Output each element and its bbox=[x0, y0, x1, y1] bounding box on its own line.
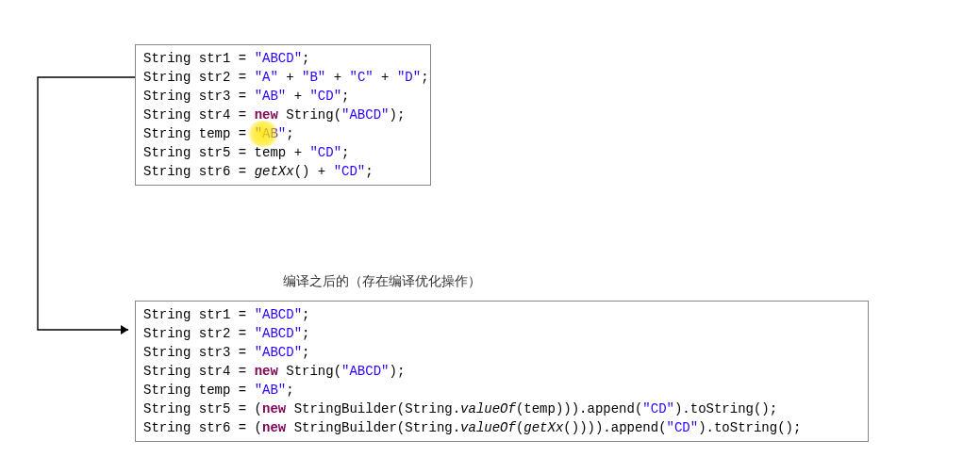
code-token: ); bbox=[389, 107, 405, 122]
code-token: String str2 = bbox=[143, 70, 255, 85]
code-line: String str1 = "ABCD"; bbox=[143, 49, 423, 68]
code-token: String str3 = bbox=[143, 89, 255, 104]
code-token: (temp))).append( bbox=[516, 401, 642, 416]
code-token: valueOf bbox=[460, 401, 516, 416]
code-token: String str5 = ( bbox=[143, 401, 262, 416]
code-token: ; bbox=[286, 126, 293, 141]
code-token: String temp = bbox=[143, 383, 255, 398]
code-line: String str5 = temp + "CD"; bbox=[143, 143, 423, 162]
code-line: String str2 = "A" + "B" + "C" + "D"; bbox=[143, 68, 423, 87]
caption-label: 编译之后的（存在编译优化操作） bbox=[283, 273, 481, 290]
code-token: "ABCD" bbox=[255, 345, 302, 360]
code-token: "CD" bbox=[667, 420, 699, 435]
code-token: StringBuilder(String. bbox=[286, 401, 460, 416]
code-line: String str4 = new String("ABCD"); bbox=[143, 106, 423, 124]
code-token: getXx bbox=[523, 420, 563, 435]
code-token: ; bbox=[341, 145, 349, 160]
code-line: String str4 = new String("ABCD"); bbox=[143, 362, 860, 381]
code-token: String str4 = bbox=[143, 107, 255, 122]
code-token: "CD" bbox=[642, 401, 674, 416]
code-token: ).toString(); bbox=[698, 420, 801, 435]
code-token: String( bbox=[278, 107, 341, 122]
code-token: "ABCD" bbox=[255, 307, 302, 322]
code-token: ; bbox=[302, 307, 309, 322]
code-token: "ABCD" bbox=[255, 51, 302, 66]
code-token: ; bbox=[302, 326, 309, 341]
code-token: ; bbox=[421, 70, 428, 85]
code-token: ).toString(); bbox=[674, 401, 777, 416]
code-token: String( bbox=[278, 364, 341, 379]
code-line: String str6 = (new StringBuilder(String.… bbox=[143, 418, 860, 437]
compiled-code-box: String str1 = "ABCD";String str2 = "ABCD… bbox=[135, 301, 869, 442]
code-token: ; bbox=[341, 89, 349, 104]
code-token: "AB" bbox=[255, 126, 287, 141]
code-line: String temp = "AB"; bbox=[143, 381, 860, 400]
code-token: "ABCD" bbox=[341, 364, 389, 379]
code-token: String str5 = temp + bbox=[143, 145, 309, 160]
code-token: new bbox=[262, 401, 286, 416]
code-token: "ABCD" bbox=[341, 107, 389, 122]
code-token: ; bbox=[365, 164, 373, 179]
code-line: String temp = "AB"; bbox=[143, 124, 423, 143]
code-token: "CD" bbox=[334, 164, 366, 179]
code-token: new bbox=[255, 364, 278, 379]
code-token: String str1 = bbox=[143, 51, 255, 66]
code-token: + bbox=[374, 70, 397, 85]
code-token: ; bbox=[302, 51, 309, 66]
code-token: "D" bbox=[397, 70, 421, 85]
source-code-box: String str1 = "ABCD";String str2 = "A" +… bbox=[135, 44, 431, 186]
code-token: "CD" bbox=[309, 145, 341, 160]
code-token: String temp = bbox=[143, 126, 255, 141]
code-token: String str2 = bbox=[143, 326, 255, 341]
code-token: ; bbox=[286, 383, 293, 398]
code-token: ; bbox=[302, 345, 309, 360]
code-token: "B" bbox=[302, 70, 325, 85]
code-token: getXx bbox=[255, 164, 294, 179]
code-token: () + bbox=[294, 164, 334, 179]
code-token: String str3 = bbox=[143, 345, 255, 360]
code-token: "AB" bbox=[255, 383, 287, 398]
code-token: + bbox=[278, 70, 302, 85]
code-token: "AB" bbox=[255, 89, 287, 104]
code-token: "ABCD" bbox=[255, 326, 302, 341]
code-line: String str6 = getXx() + "CD"; bbox=[143, 162, 423, 181]
code-token: ()))).append( bbox=[563, 420, 666, 435]
code-token: "A" bbox=[255, 70, 278, 85]
code-token: + bbox=[325, 70, 349, 85]
code-line: String str1 = "ABCD"; bbox=[143, 305, 860, 324]
code-token: String str6 = ( bbox=[143, 420, 262, 435]
code-token: String str6 = bbox=[143, 164, 255, 179]
code-line: String str3 = "AB" + "CD"; bbox=[143, 87, 423, 106]
code-token: valueOf bbox=[460, 420, 516, 435]
code-token: + bbox=[286, 89, 309, 104]
code-token: new bbox=[255, 107, 278, 122]
code-token: new bbox=[262, 420, 286, 435]
code-token: "CD" bbox=[309, 89, 341, 104]
code-token: "C" bbox=[350, 70, 374, 85]
code-line: String str2 = "ABCD"; bbox=[143, 324, 860, 343]
code-token: StringBuilder(String. bbox=[286, 420, 460, 435]
code-token: ); bbox=[389, 364, 405, 379]
code-line: String str5 = (new StringBuilder(String.… bbox=[143, 400, 860, 418]
code-token: String str4 = bbox=[143, 364, 255, 379]
code-line: String str3 = "ABCD"; bbox=[143, 343, 860, 362]
code-token: String str1 = bbox=[143, 307, 255, 322]
